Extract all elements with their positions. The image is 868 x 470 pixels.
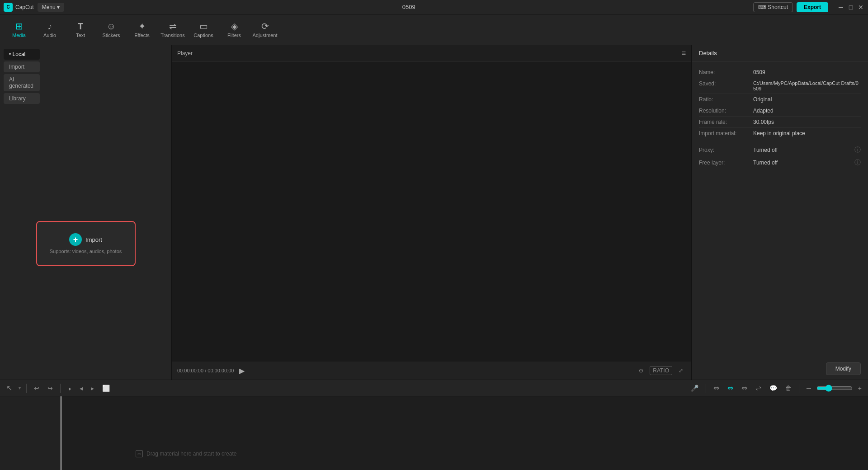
detail-saved: Saved: C:/Users/MyPC/AppData/Local/CapCu… [699, 78, 861, 94]
tab-ai-generated[interactable]: AI generated [4, 74, 40, 91]
titlebar: C CapCut Menu ▾ 0509 ⌨ Shortcut Export ─… [0, 0, 868, 14]
detail-proxy: Proxy: Turned off ⓘ [699, 144, 861, 156]
maximize-button[interactable]: □ [847, 4, 854, 11]
player-right-controls: ⊙ RATIO ⤢ [636, 366, 686, 375]
redo-button[interactable]: ↪ [45, 383, 56, 393]
panel-tabs: • Local Import AI generated Library [0, 45, 171, 108]
ratio-button[interactable]: RATIO [650, 366, 672, 375]
tool-audio-label: Audio [43, 33, 56, 38]
tool-filters[interactable]: ◈ Filters [219, 16, 250, 43]
play-button[interactable]: ▶ [239, 367, 245, 375]
detail-resolution-value: Adapted [753, 108, 861, 114]
project-title: 0509 [64, 4, 753, 10]
close-button[interactable]: ✕ [857, 4, 864, 11]
tab-import[interactable]: Import [4, 61, 40, 72]
proxy-info-icon[interactable]: ⓘ [854, 146, 861, 154]
tab-library[interactable]: Library [4, 93, 40, 104]
tab-local[interactable]: • Local [4, 49, 40, 60]
timeline-toolbar: ↖ ▾ ↩ ↪ ⬧ ◂ ▸ ⬜ 🎤 ⇔ ⇔ ⇔ ⇌ 💬 🗑 ─ + [0, 380, 868, 396]
app-logo: C CapCut [4, 3, 34, 12]
tool-filters-label: Filters [227, 33, 241, 38]
import-area: + Import Supports: videos, audios, photo… [0, 108, 171, 380]
link-active-button[interactable]: ⇔ [725, 382, 736, 394]
split-button[interactable]: ⬧ [65, 383, 74, 393]
details-panel: Details Name: 0509 Saved: C:/Users/MyPC/… [692, 45, 868, 380]
zoom-out-button[interactable]: ─ [804, 383, 814, 393]
detail-saved-label: Saved: [699, 80, 753, 87]
tool-adjustment-label: Adjustment [252, 33, 277, 38]
swap-button[interactable]: ⇌ [753, 382, 764, 394]
detail-framerate: Frame rate: 30.00fps [699, 117, 861, 128]
detail-proxy-value: Turned off [753, 147, 854, 153]
tool-stickers[interactable]: ☺ Stickers [96, 16, 127, 43]
link-third-button[interactable]: ⇔ [739, 382, 750, 394]
player-viewport [172, 61, 691, 362]
tool-effects-label: Effects [134, 33, 149, 38]
drag-hint-text: Drag material here and start to create [146, 451, 236, 457]
tl-divider-4 [799, 384, 799, 393]
tool-text-label: Text [76, 33, 85, 38]
tool-transitions[interactable]: ⇌ Transitions [157, 16, 188, 43]
tool-audio[interactable]: ♪ Audio [34, 16, 65, 43]
select-tool[interactable]: ↖ [4, 382, 15, 394]
trim-end-button[interactable]: ▸ [88, 383, 97, 393]
detail-framerate-value: 30.00fps [753, 119, 861, 125]
mic-button[interactable]: 🎤 [688, 383, 701, 393]
tool-media[interactable]: ⊞ Media [4, 16, 34, 43]
detail-import-material: Import material: Keep in original place [699, 128, 861, 139]
drag-hint-icon: ▭ [136, 450, 143, 457]
tool-effects[interactable]: ✦ Effects [127, 16, 157, 43]
shortcut-button[interactable]: ⌨ Shortcut [753, 2, 793, 12]
details-footer: Modify [692, 358, 868, 380]
zoom-slider[interactable] [816, 385, 853, 392]
left-panel: • Local Import AI generated Library + Im… [0, 45, 172, 380]
detail-free-layer-label: Free layer: [699, 160, 753, 166]
trim-start-button[interactable]: ◂ [77, 383, 85, 393]
detail-proxy-label: Proxy: [699, 147, 753, 153]
detail-framerate-label: Frame rate: [699, 119, 753, 125]
logo-icon: C [4, 3, 13, 12]
zoom-in-button[interactable]: + [855, 383, 864, 393]
caption-button[interactable]: 💬 [767, 383, 780, 393]
fullscreen-button[interactable]: ⤢ [676, 366, 686, 375]
delete-button[interactable]: ⬜ [99, 383, 113, 393]
detail-free-layer: Free layer: Turned off ⓘ [699, 156, 861, 169]
tool-stickers-label: Stickers [102, 33, 120, 38]
media-icon: ⊞ [15, 22, 23, 31]
link-normal-button[interactable]: ⇔ [711, 382, 722, 394]
main-toolbar: ⊞ Media ♪ Audio T Text ☺ Stickers ✦ Effe… [0, 14, 868, 45]
logo-text: CapCut [15, 4, 34, 10]
detail-name-label: Name: [699, 69, 753, 75]
timeline-trash-button[interactable]: 🗑 [783, 383, 794, 393]
timeline-tracks: ▭ Drag material here and start to create [61, 396, 868, 470]
menu-button[interactable]: Menu ▾ [38, 3, 64, 12]
details-header: Details [692, 45, 868, 61]
free-layer-info-icon[interactable]: ⓘ [854, 159, 861, 167]
screenshot-button[interactable]: ⊙ [636, 366, 646, 375]
transitions-icon: ⇌ [169, 22, 177, 31]
tool-text[interactable]: T Text [65, 16, 96, 43]
import-plus-icon: + [69, 233, 82, 246]
detail-import-material-label: Import material: [699, 130, 753, 136]
import-box[interactable]: + Import Supports: videos, audios, photo… [36, 221, 136, 266]
detail-ratio-label: Ratio: [699, 96, 753, 103]
modify-button[interactable]: Modify [826, 362, 861, 375]
import-sub-text: Supports: videos, audios, photos [50, 249, 122, 254]
player-header: Player ≡ [172, 45, 691, 61]
undo-button[interactable]: ↩ [31, 383, 42, 393]
adjustment-icon: ⟳ [261, 22, 269, 31]
titlebar-controls: ⌨ Shortcut Export ─ □ ✕ [753, 2, 864, 12]
export-button[interactable]: Export [797, 2, 828, 12]
effects-icon: ✦ [138, 22, 146, 31]
timeline-body: ▭ Drag material here and start to create [0, 396, 868, 470]
main-content: • Local Import AI generated Library + Im… [0, 45, 868, 380]
tool-transitions-label: Transitions [160, 33, 184, 38]
timeline: ↖ ▾ ↩ ↪ ⬧ ◂ ▸ ⬜ 🎤 ⇔ ⇔ ⇔ ⇌ 💬 🗑 ─ + [0, 380, 868, 470]
tool-adjustment[interactable]: ⟳ Adjustment [250, 16, 280, 43]
audio-icon: ♪ [47, 22, 52, 31]
detail-import-material-value: Keep in original place [753, 130, 861, 136]
player-menu-button[interactable]: ≡ [682, 49, 686, 57]
minimize-button[interactable]: ─ [837, 4, 844, 11]
tool-captions[interactable]: ▭ Captions [188, 16, 219, 43]
detail-saved-value: C:/Users/MyPC/AppData/Local/CapCut Draft… [753, 80, 861, 91]
